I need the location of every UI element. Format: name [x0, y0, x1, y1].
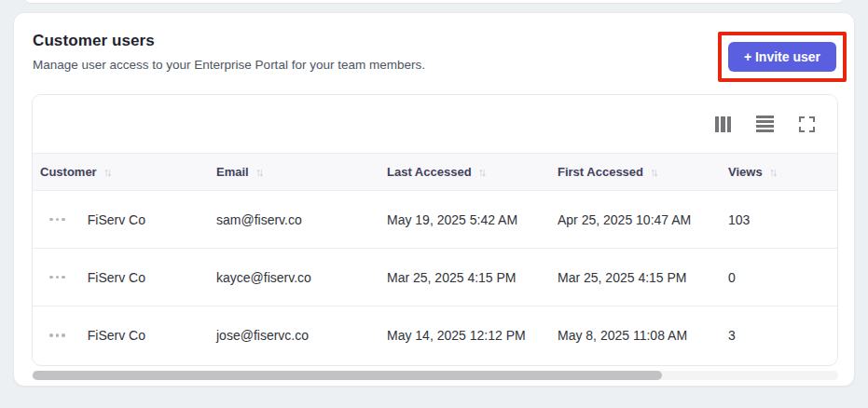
- customer-name: FiServ Co: [88, 212, 145, 227]
- table-row: FiServ Co sam@fiserv.co May 19, 2025 5:4…: [33, 191, 837, 249]
- row-actions-menu-icon[interactable]: [49, 214, 65, 225]
- columns-icon[interactable]: [715, 116, 732, 132]
- column-header-label: First Accessed: [558, 165, 643, 179]
- sort-icon: ↑↓: [103, 166, 113, 179]
- horizontal-scrollbar-thumb[interactable]: [33, 371, 662, 380]
- row-density-icon[interactable]: [756, 116, 774, 132]
- table-toolbar: [33, 95, 837, 153]
- sort-icon: ↑↓: [478, 166, 488, 179]
- first-accessed-cell: Mar 25, 2025 4:15 PM: [550, 270, 721, 285]
- row-actions-menu-icon[interactable]: [49, 330, 65, 341]
- sort-icon: ↑↓: [769, 166, 778, 179]
- table-row: FiServ Co kayce@fiserv.co Mar 25, 2025 4…: [33, 249, 837, 306]
- column-header-label: Email: [216, 165, 249, 179]
- last-accessed-cell: May 19, 2025 5:42 AM: [379, 212, 550, 227]
- table-row: FiServ Co jose@fiservc.co May 14, 2025 1…: [33, 306, 837, 364]
- column-header-label: Customer: [40, 165, 97, 179]
- first-accessed-cell: May 8, 2025 11:08 AM: [550, 328, 721, 343]
- page-title: Customer users: [33, 32, 835, 50]
- column-header-label: Views: [728, 165, 763, 179]
- sort-icon: ↑↓: [255, 166, 265, 179]
- table-header-row: Customer ↑↓ Email ↑↓ Last Accessed ↑↓ Fi…: [33, 153, 837, 191]
- horizontal-scrollbar-track[interactable]: [32, 371, 838, 380]
- customer-cell: FiServ Co: [33, 270, 209, 285]
- page-subtitle: Manage user access to your Enterprise Po…: [33, 58, 835, 72]
- customer-cell: FiServ Co: [33, 212, 209, 227]
- views-cell: 0: [721, 270, 837, 285]
- last-accessed-cell: May 14, 2025 12:12 PM: [379, 328, 550, 343]
- first-accessed-cell: Apr 25, 2025 10:47 AM: [550, 212, 721, 227]
- cut-off-top-element: [23, 0, 845, 4]
- users-table-container: Customer ↑↓ Email ↑↓ Last Accessed ↑↓ Fi…: [32, 94, 838, 366]
- column-header-label: Last Accessed: [387, 165, 472, 179]
- customer-users-card: Customer users Manage user access to you…: [13, 12, 855, 387]
- card-header: Customer users Manage user access to you…: [33, 32, 835, 72]
- views-cell: 103: [721, 212, 837, 227]
- email-cell: jose@fiservc.co: [209, 328, 379, 343]
- invite-user-button[interactable]: + Invite user: [728, 42, 836, 72]
- row-actions-menu-icon[interactable]: [49, 272, 65, 283]
- email-cell: kayce@fiserv.co: [209, 270, 379, 285]
- customer-cell: FiServ Co: [33, 328, 209, 343]
- customer-name: FiServ Co: [88, 270, 145, 285]
- sort-icon: ↑↓: [650, 166, 659, 179]
- column-header-customer[interactable]: Customer ↑↓: [33, 165, 209, 179]
- customer-name: FiServ Co: [88, 328, 145, 343]
- views-cell: 3: [721, 328, 837, 343]
- fullscreen-icon[interactable]: [799, 116, 815, 132]
- email-cell: sam@fiserv.co: [209, 212, 379, 227]
- column-header-email[interactable]: Email ↑↓: [209, 165, 379, 179]
- annotation-highlight-box: + Invite user: [718, 32, 847, 82]
- last-accessed-cell: Mar 25, 2025 4:15 PM: [379, 270, 550, 285]
- column-header-first-accessed[interactable]: First Accessed ↑↓: [550, 165, 721, 179]
- column-header-views[interactable]: Views ↑↓: [721, 165, 837, 179]
- column-header-last-accessed[interactable]: Last Accessed ↑↓: [379, 165, 550, 179]
- table-body: FiServ Co sam@fiserv.co May 19, 2025 5:4…: [33, 191, 837, 364]
